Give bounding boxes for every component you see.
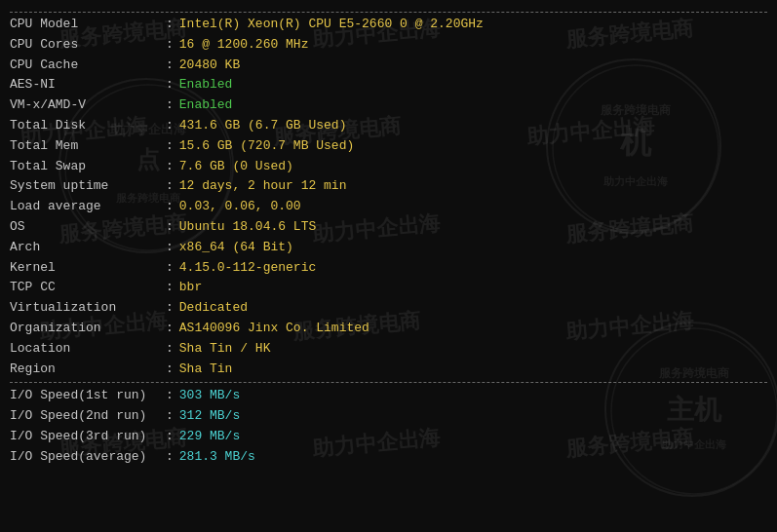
row-label: VM-x/AMD-V [10,95,166,116]
row-label: Total Swap [10,157,166,177]
row-value: 20480 KB [179,56,240,76]
row-colon: : [166,95,174,116]
row-value: 15.6 GB (720.7 MB Used) [179,136,354,157]
row-colon: : [166,447,174,468]
row-colon: : [166,406,174,427]
middle-divider [10,382,767,383]
row-value: Dedicated [179,298,248,319]
row-colon: : [166,319,174,339]
row-colon: : [166,75,174,95]
row-value: 16 @ 1200.260 MHz [179,35,309,56]
row-colon: : [166,116,174,136]
row-label: Location [10,339,166,360]
row-colon: : [166,360,174,380]
row-value: 12 days, 2 hour 12 min [179,176,347,197]
table-row: CPU Model:Intel(R) Xeon(R) CPU E5-2660 0… [10,15,767,35]
row-label: Region [10,360,166,380]
row-value: Intel(R) Xeon(R) CPU E5-2660 0 @ 2.20GHz [179,15,484,35]
row-value: AS140096 Jinx Co. Limited [179,319,369,339]
system-info-section: CPU Model:Intel(R) Xeon(R) CPU E5-2660 0… [10,15,767,379]
row-colon: : [166,258,174,279]
row-colon: : [166,298,174,319]
row-value: Sha Tin / HK [179,339,271,360]
row-colon: : [166,217,174,238]
row-value: Enabled [179,75,233,95]
row-colon: : [166,386,174,406]
row-value: 7.6 GB (0 Used) [179,157,293,177]
row-value: 4.15.0-112-generic [179,258,316,279]
table-row: Region:Sha Tin [10,360,767,380]
row-value: Sha Tin [179,360,233,380]
row-label: TCP CC [10,278,166,298]
table-row: Total Swap:7.6 GB (0 Used) [10,157,767,177]
row-value: bbr [179,278,202,298]
row-colon: : [166,427,174,447]
table-row: Location:Sha Tin / HK [10,339,767,360]
row-colon: : [166,238,174,258]
row-label: Total Mem [10,136,166,157]
table-row: Total Mem:15.6 GB (720.7 MB Used) [10,136,767,157]
table-row: I/O Speed(2nd run):312 MB/s [10,406,767,427]
io-speed-section: I/O Speed(1st run):303 MB/sI/O Speed(2nd… [10,386,767,467]
table-row: OS:Ubuntu 18.04.6 LTS [10,217,767,238]
row-label: Organization [10,319,166,339]
row-label: OS [10,217,166,238]
row-label: CPU Cache [10,56,166,76]
row-value: 0.03, 0.06, 0.00 [179,197,301,217]
table-row: I/O Speed(average):281.3 MB/s [10,447,767,468]
row-colon: : [166,157,174,177]
row-colon: : [166,15,174,35]
table-row: AES-NI:Enabled [10,75,767,95]
row-label: Load average [10,197,166,217]
table-row: CPU Cores:16 @ 1200.260 MHz [10,35,767,56]
row-label: CPU Cores [10,35,166,56]
table-row: Organization:AS140096 Jinx Co. Limited [10,319,767,339]
row-colon: : [166,339,174,360]
table-row: Arch:x86_64 (64 Bit) [10,238,767,258]
table-row: CPU Cache:20480 KB [10,56,767,76]
row-label: I/O Speed(2nd run) [10,406,166,427]
table-row: Virtualization:Dedicated [10,298,767,319]
row-value: 312 MB/s [179,406,240,427]
table-row: Total Disk:431.6 GB (6.7 GB Used) [10,116,767,136]
row-value: Enabled [179,95,233,116]
row-colon: : [166,197,174,217]
table-row: Kernel:4.15.0-112-generic [10,258,767,279]
row-label: I/O Speed(1st run) [10,386,166,406]
row-label: CPU Model [10,15,166,35]
terminal-window: 服务跨境电商 助力中企出海 服务跨境电商 助力中企出海 服务跨境电商 助力中企出… [0,0,777,532]
row-colon: : [166,136,174,157]
row-label: I/O Speed(average) [10,447,166,468]
row-label: System uptime [10,176,166,197]
table-row: TCP CC:bbr [10,278,767,298]
table-row: I/O Speed(1st run):303 MB/s [10,386,767,406]
row-value: 229 MB/s [179,427,240,447]
row-value: Ubuntu 18.04.6 LTS [179,217,316,238]
table-row: VM-x/AMD-V:Enabled [10,95,767,116]
row-colon: : [166,56,174,76]
row-label: Virtualization [10,298,166,319]
row-label: Arch [10,238,166,258]
row-value: 431.6 GB (6.7 GB Used) [179,116,347,136]
top-divider [10,12,767,13]
row-label: I/O Speed(3rd run) [10,427,166,447]
row-label: Total Disk [10,116,166,136]
row-colon: : [166,35,174,56]
row-value: 281.3 MB/s [179,447,255,468]
table-row: Load average:0.03, 0.06, 0.00 [10,197,767,217]
row-label: AES-NI [10,75,166,95]
row-value: x86_64 (64 Bit) [179,238,293,258]
row-colon: : [166,278,174,298]
table-row: I/O Speed(3rd run):229 MB/s [10,427,767,447]
row-value: 303 MB/s [179,386,240,406]
table-row: System uptime:12 days, 2 hour 12 min [10,176,767,197]
row-colon: : [166,176,174,197]
row-label: Kernel [10,258,166,279]
